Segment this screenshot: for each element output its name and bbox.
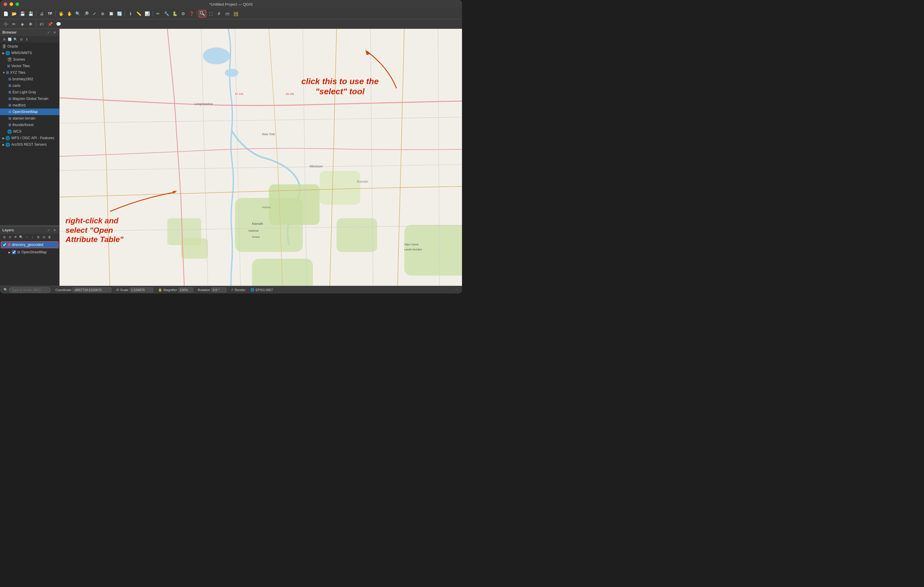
browser-item-medford[interactable]: ⊞ medford [0,102,59,109]
layers-expand-icon[interactable]: ⤢ [46,228,51,233]
pan-map-button[interactable]: ✋ [66,10,73,18]
print-button[interactable]: 🖨 [38,10,46,18]
layer-osm[interactable]: ▶ ⊞ OpenStreetMap [0,248,59,256]
main-window: *Untitled Project — QGIS 📄 📂 💾 💾 🖨 🗺 🖐 ✋… [0,0,462,294]
maximize-button[interactable] [15,2,19,6]
browser-item-vector-tiles[interactable]: ⊞ Vector Tiles [0,63,59,69]
carto-label: carto [13,84,21,88]
add-layer-icon[interactable]: ⊕ [2,235,7,239]
select-rectangle-button[interactable]: ⬚ [207,10,214,18]
pin-button[interactable]: 📌 [46,20,54,28]
browser-item-mapzen[interactable]: ⊞ Mapzen Global Terrain [0,95,59,102]
layer-checkbox-geocoded[interactable] [2,243,7,247]
svg-rect-7 [181,238,208,259]
pan-tool[interactable]: 🖐 [57,10,65,18]
layer-directory-geocoded[interactable]: directory_geocoded [1,241,59,248]
collapse-groups-icon[interactable]: ⊟ [41,235,46,239]
close-panel-icon[interactable]: ✕ [52,30,57,35]
plugins-button[interactable]: 🔧 [163,10,170,18]
zoom-selection-button[interactable]: 🔲 [107,10,115,18]
new-project-button[interactable]: 📄 [2,10,10,18]
layer-label-geocoded: directory_geocoded [12,243,43,247]
osm-expand-arrow: ▶ [8,251,11,254]
save-as-button[interactable]: 💾 [27,10,35,18]
save-project-button[interactable]: 💾 [18,10,26,18]
select-features-button[interactable] [198,10,206,18]
vector-tiles-icon: ⊞ [7,64,10,68]
settings-button[interactable]: ⚙ [179,10,187,18]
coordinate-label: Coordinate [55,288,71,292]
open-attribute-table-button[interactable]: 🗃 [224,10,231,18]
browser-item-wfs[interactable]: ▶ 🌐 WFS / OGC API - Features [0,135,59,141]
more-icon: ⋯ [455,288,459,292]
move-layer-up-icon[interactable]: ↑ [25,235,29,239]
more-item[interactable]: ⋯ [455,288,459,292]
browser-item-wcs[interactable]: 🌐 WCS [0,128,59,135]
browser-item-xyz[interactable]: ▼ ⊞ XYZ Tiles [0,69,59,76]
browser-item-thunderforest[interactable]: ⊞ thunderforest [0,122,59,128]
browser-item-stamen[interactable]: ⊞ stamen terrain [0,115,59,122]
separator-1 [36,11,36,16]
remove-selected-icon[interactable]: 🗑 [47,235,52,239]
titlebar: *Untitled Project — QGIS [0,0,462,8]
collapse-all-icon[interactable]: ⊟ [19,37,23,42]
zoom-in-button[interactable]: 🔍 [74,10,82,18]
expand-icon[interactable]: ⤢ [46,30,51,35]
rotation-input[interactable] [211,288,226,292]
zoom-out-button[interactable]: 🔎 [82,10,90,18]
browser-item-esri[interactable]: ⊞ Esri Light Gray [0,89,59,95]
scale-input[interactable] [129,288,153,292]
osm-icon: ⊞ [8,110,11,114]
locate-input[interactable] [9,287,51,293]
new-map-button[interactable]: 🗺 [46,10,54,18]
browser-item-carto[interactable]: ⊞ carto [0,82,59,89]
digitize2-button[interactable]: ✏ [10,20,18,28]
refresh-button[interactable]: 🔄 [116,10,123,18]
magnifier-input[interactable] [178,288,193,292]
digitize-button[interactable]: ✏ [154,10,162,18]
browser-item-oracle[interactable]: 🗄 Oracle [0,43,59,50]
node-tool-button[interactable]: ◈ [18,20,26,28]
add-bookmark-icon[interactable]: ⊕ [2,37,7,42]
mapzen-label: Mapzen Global Terrain [13,97,48,101]
deselect-button[interactable]: ✗ [215,10,223,18]
layers-list: directory_geocoded ▶ ⊞ OpenStreetMap [0,240,59,286]
browser-item-bromley[interactable]: ⊞ bromley1902 [0,76,59,82]
zoom-layer-button[interactable]: ⊕ [99,10,107,18]
properties-icon[interactable]: ℹ [25,37,29,42]
browser-item-scenes[interactable]: 🎬 Scenes [0,56,59,63]
layers-close-icon[interactable]: ✕ [52,228,57,233]
zoom-full-button[interactable]: ⤢ [91,10,98,18]
python-button[interactable]: 🐍 [171,10,178,18]
remove-layer-icon[interactable]: ⊖ [7,235,12,239]
layer-checkbox-osm[interactable] [12,250,16,254]
labeling-button[interactable]: 🏷 [38,20,46,28]
browser-item-osm[interactable]: ⊞ OpenStreetMap [0,109,59,115]
statistics-button[interactable]: 📊 [143,10,151,18]
refresh-browser-icon[interactable]: 🔄 [7,37,12,42]
thunderforest-label: thunderforest [13,123,34,127]
measure-button[interactable]: 📏 [135,10,143,18]
magnifier-item: 🔒 Magnifier [158,288,193,292]
help-button[interactable]: ❓ [188,10,195,18]
field-calc-button[interactable]: 🧮 [232,10,239,18]
annotation-button[interactable]: 💬 [54,20,62,28]
move-button[interactable]: ✥ [27,20,35,28]
identify-button[interactable]: ℹ [127,10,134,18]
browser-item-wms[interactable]: ▶ 🌐 WMS/WMTS [0,50,59,56]
filter-browser-icon[interactable]: 🔍 [13,37,18,42]
minimize-button[interactable] [10,2,13,6]
svg-text:Longmeadow: Longmeadow [195,102,213,105]
open-project-button[interactable]: 📂 [10,10,18,18]
move-layer-down-icon[interactable]: ↓ [30,235,35,239]
close-button[interactable] [3,2,7,6]
browser-item-arcgis[interactable]: ▶ 🌐 ArcGIS REST Servers [0,141,59,148]
coordinate-input[interactable] [73,288,111,292]
epsg-item[interactable]: 🌐 EPSG:3857 [250,288,273,292]
expand-groups-icon[interactable]: ⊞ [36,235,41,239]
add-layer-button[interactable]: ➕ [2,20,10,28]
carto-icon: ⊞ [8,84,11,88]
filter-legend-icon[interactable]: 🔍 [19,235,23,239]
map-canvas[interactable]: Longmeadow New York Allentown Bravado Ma… [59,29,462,286]
toggle-visibility-icon[interactable]: 👁 [13,235,18,239]
